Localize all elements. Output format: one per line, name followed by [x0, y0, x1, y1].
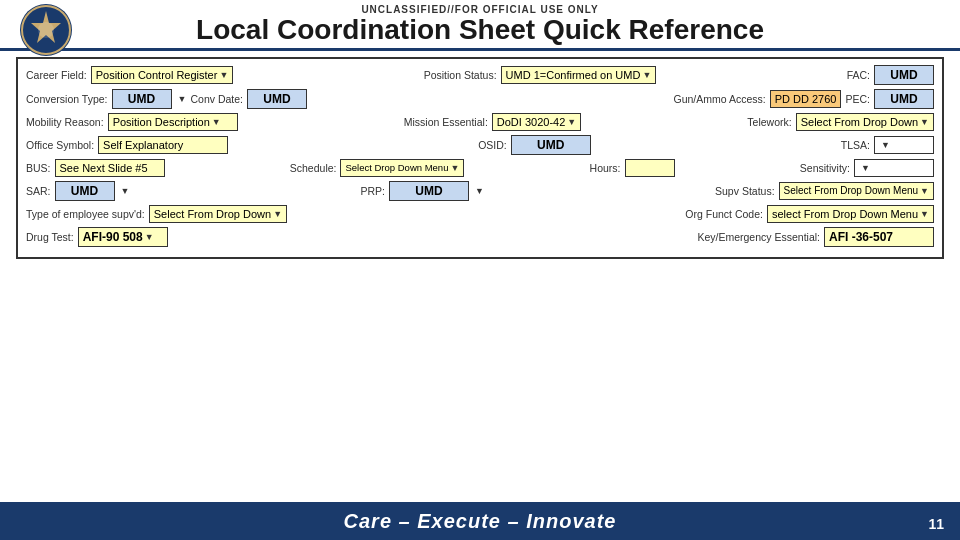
form-row-5: BUS: See Next Slide #5 Schedule: Select … [26, 159, 934, 177]
schedule-value[interactable]: Select Drop Down Menu ▼ [340, 159, 464, 177]
career-field-arrow: ▼ [219, 70, 228, 80]
svg-point-2 [38, 22, 54, 38]
fac-value[interactable]: UMD [874, 65, 934, 85]
conversion-type-value[interactable]: UMD [112, 89, 172, 109]
tlsa-label: TLSA: [841, 139, 870, 151]
type-employee-label: Type of employee supv'd: [26, 208, 145, 220]
form-box: Career Field: Position Control Register … [16, 57, 944, 259]
header: UNCLASSIFIED//FOR OFFICIAL USE ONLY Loca… [0, 0, 960, 51]
page-title: Local Coordination Sheet Quick Reference [0, 15, 960, 46]
form-row-7: Type of employee supv'd: Select From Dro… [26, 205, 934, 223]
tlsa-value[interactable]: ▼ [874, 136, 934, 154]
supv-status-value[interactable]: Select From Drop Down Menu ▼ [779, 182, 934, 200]
main-content: Career Field: Position Control Register … [0, 51, 960, 478]
form-row-4: Office Symbol: Self Explanatory OSID: UM… [26, 135, 934, 155]
hours-label: Hours: [590, 162, 621, 174]
office-symbol-label: Office Symbol: [26, 139, 94, 151]
pec-label: PEC: [845, 93, 870, 105]
bus-value[interactable]: See Next Slide #5 [55, 159, 165, 177]
mission-essential-value[interactable]: DoDI 3020-42 ▼ [492, 113, 581, 131]
schedule-label: Schedule: [290, 162, 337, 174]
prp-value[interactable]: UMD [389, 181, 469, 201]
sar-value[interactable]: UMD [55, 181, 115, 201]
drug-test-value[interactable]: AFI-90 508 ▼ [78, 227, 168, 247]
type-employee-value[interactable]: Select From Drop Down ▼ [149, 205, 287, 223]
form-row-1: Career Field: Position Control Register … [26, 65, 934, 85]
office-symbol-value[interactable]: Self Explanatory [98, 136, 228, 154]
footer-text: Care – Execute – Innovate [344, 510, 617, 533]
form-row-3: Mobility Reason: Position Description ▼ … [26, 113, 934, 131]
mission-essential-label: Mission Essential: [404, 116, 488, 128]
bus-label: BUS: [26, 162, 51, 174]
telework-label: Telework: [747, 116, 791, 128]
drug-test-label: Drug Test: [26, 231, 74, 243]
mobility-arrow: ▼ [212, 117, 221, 127]
form-row-8: Drug Test: AFI-90 508 ▼ Key/Emergency Es… [26, 227, 934, 247]
gun-ammo-label: Gun/Ammo Access: [674, 93, 766, 105]
gun-ammo-value[interactable]: PD DD 2760 [770, 90, 842, 108]
career-field-label: Career Field: [26, 69, 87, 81]
osid-label: OSID: [478, 139, 507, 151]
key-emergency-label: Key/Emergency Essential: [697, 231, 820, 243]
footer: Care – Execute – Innovate 11 [0, 502, 960, 540]
mobility-reason-label: Mobility Reason: [26, 116, 104, 128]
position-status-label: Position Status: [424, 69, 497, 81]
fac-label: FAC: [847, 69, 870, 81]
sensitivity-label: Sensitivity: [800, 162, 850, 174]
page-number: 11 [928, 516, 944, 532]
osid-value[interactable]: UMD [511, 135, 591, 155]
conv-date-label: Conv Date: [190, 93, 243, 105]
sar-label: SAR: [26, 185, 51, 197]
logo [20, 4, 72, 56]
key-emergency-value[interactable]: AFI -36-507 [824, 227, 934, 247]
career-field-value[interactable]: Position Control Register ▼ [91, 66, 234, 84]
telework-value[interactable]: Select From Drop Down ▼ [796, 113, 934, 131]
mission-essential-arrow: ▼ [567, 117, 576, 127]
supv-status-label: Supv Status: [715, 185, 775, 197]
org-funct-label: Org Funct Code: [685, 208, 763, 220]
telework-arrow: ▼ [920, 117, 929, 127]
hours-value[interactable] [625, 159, 675, 177]
conv-date-value[interactable]: UMD [247, 89, 307, 109]
form-row-2: Conversion Type: UMD ▼ Conv Date: UMD Gu… [26, 89, 934, 109]
org-funct-value[interactable]: select From Drop Down Menu ▼ [767, 205, 934, 223]
form-row-6: SAR: UMD ▼ PRP: UMD ▼ Supv Status: Selec… [26, 181, 934, 201]
pec-value[interactable]: UMD [874, 89, 934, 109]
position-status-arrow: ▼ [642, 70, 651, 80]
prp-label: PRP: [361, 185, 386, 197]
mobility-reason-value[interactable]: Position Description ▼ [108, 113, 238, 131]
position-status-value[interactable]: UMD 1=Confirmed on UMD ▼ [501, 66, 657, 84]
conversion-type-label: Conversion Type: [26, 93, 108, 105]
sensitivity-value[interactable]: ▼ [854, 159, 934, 177]
conversion-type-arrow: ▼ [178, 94, 187, 104]
